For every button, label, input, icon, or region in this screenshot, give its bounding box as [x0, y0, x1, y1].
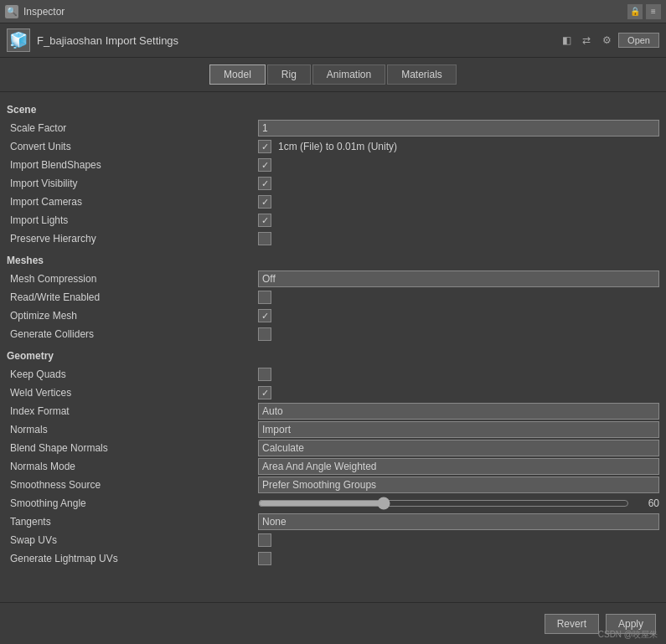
value-optimize-mesh [258, 309, 659, 322]
value-import-visibility [258, 177, 659, 190]
slider-smoothing-angle[interactable] [258, 497, 629, 510]
label-smoothing-angle: Smoothing Angle [7, 497, 258, 509]
checkbox-import-visibility[interactable] [258, 177, 271, 190]
file-name: F_bajiaoshan Import Settings [37, 34, 558, 47]
footer: Revert Apply CSDN @咬屋朱 [0, 602, 666, 644]
value-keep-quads [258, 368, 659, 381]
prop-import-lights: Import Lights [7, 211, 659, 229]
label-optimize-mesh: Optimize Mesh [7, 310, 258, 322]
prop-tangents: Tangents None Import Calculate Mikk Calc… [7, 513, 659, 531]
tab-rig[interactable]: Rig [267, 64, 311, 85]
section-geometry: Geometry [7, 350, 659, 362]
select-smoothness-source[interactable]: Prefer Smoothing Groups From Smoothing G… [258, 477, 659, 493]
prop-scale-factor: Scale Factor [7, 119, 659, 137]
checkbox-preserve-hierarchy[interactable] [258, 232, 271, 245]
label-import-visibility: Import Visibility [7, 178, 258, 189]
prop-preserve-hierarchy: Preserve Hierarchy [7, 229, 659, 248]
label-preserve-hierarchy: Preserve Hierarchy [7, 233, 258, 245]
tab-model[interactable]: Model [209, 64, 266, 85]
label-convert-units: Convert Units [7, 141, 258, 152]
value-swap-uvs [258, 533, 659, 547]
checkbox-optimize-mesh[interactable] [258, 309, 271, 322]
inspector-icon: 🔍 [5, 5, 18, 18]
label-index-format: Index Format [7, 405, 258, 417]
checkbox-weld-vertices[interactable] [258, 386, 271, 399]
prop-smoothness-source: Smoothness Source Prefer Smoothing Group… [7, 476, 659, 494]
value-smoothing-angle: 60 [258, 497, 659, 510]
prop-index-format: Index Format Auto 16bit 32bit [7, 402, 659, 420]
prop-normals: Normals Import Calculate None [7, 420, 659, 439]
checkbox-keep-quads[interactable] [258, 368, 271, 381]
cog-icon-btn[interactable]: ⚙ [598, 32, 615, 49]
tab-materials[interactable]: Materials [387, 64, 457, 85]
tabs-container: Model Rig Animation Materials [0, 58, 666, 92]
section-meshes: Meshes [7, 255, 659, 266]
value-normals-mode: Area And Angle Weighted Unweighted Area … [258, 458, 659, 475]
tab-animation[interactable]: Animation [312, 64, 385, 85]
prefab-icon-btn[interactable]: ◧ [558, 32, 575, 49]
menu-button[interactable]: ≡ [646, 4, 661, 19]
input-scale-factor[interactable] [258, 120, 659, 137]
select-blend-shape-normals[interactable]: Calculate Import None [258, 440, 659, 456]
value-index-format: Auto 16bit 32bit [258, 403, 659, 420]
prop-import-visibility: Import Visibility [7, 174, 659, 193]
label-generate-lightmap-uvs: Generate Lightmap UVs [7, 553, 258, 564]
checkbox-swap-uvs[interactable] [258, 533, 271, 547]
value-normals: Import Calculate None [258, 421, 659, 438]
select-normals[interactable]: Import Calculate None [258, 421, 659, 438]
select-mesh-compression[interactable]: Off Low Medium High [258, 270, 659, 287]
checkbox-convert-units[interactable] [258, 140, 271, 153]
label-import-lights: Import Lights [7, 214, 258, 226]
label-readwrite: Read/Write Enabled [7, 291, 258, 303]
lock-button[interactable]: 🔒 [627, 4, 643, 19]
value-import-blendshapes [258, 158, 659, 172]
prop-generate-lightmap-uvs: Generate Lightmap UVs [7, 549, 659, 568]
label-tangents: Tangents [7, 516, 258, 528]
select-tangents[interactable]: None Import Calculate Mikk Calculate Leg… [258, 513, 659, 530]
label-weld-vertices: Weld Vertices [7, 387, 258, 399]
select-normals-mode[interactable]: Area And Angle Weighted Unweighted Area … [258, 458, 659, 475]
label-smoothness-source: Smoothness Source [7, 479, 258, 491]
label-blend-shape-normals: Blend Shape Normals [7, 442, 258, 454]
label-mesh-compression: Mesh Compression [7, 273, 258, 285]
value-generate-colliders [258, 327, 659, 341]
value-import-lights [258, 214, 659, 227]
label-normals: Normals [7, 424, 258, 435]
prop-optimize-mesh: Optimize Mesh [7, 307, 659, 325]
value-convert-units: 1cm (File) to 0.01m (Unity) [258, 140, 659, 153]
prop-smoothing-angle: Smoothing Angle 60 [7, 494, 659, 513]
label-import-blendshapes: Import BlendShapes [7, 159, 258, 171]
title-bar-text: Inspector [23, 6, 65, 18]
convert-units-note: 1cm (File) to 0.01m (Unity) [278, 141, 397, 152]
header: 🧊 F_bajiaoshan Import Settings ◧ ⇄ ⚙ Ope… [0, 23, 666, 58]
prop-swap-uvs: Swap UVs [7, 531, 659, 549]
value-tangents: None Import Calculate Mikk Calculate Leg… [258, 513, 659, 530]
open-button[interactable]: Open [618, 33, 659, 48]
value-mesh-compression: Off Low Medium High [258, 270, 659, 287]
prop-import-cameras: Import Cameras [7, 193, 659, 211]
prop-mesh-compression: Mesh Compression Off Low Medium High [7, 270, 659, 288]
revert-button[interactable]: Revert [545, 614, 599, 634]
checkbox-import-blendshapes[interactable] [258, 158, 271, 172]
section-scene: Scene [7, 104, 659, 116]
label-scale-factor: Scale Factor [7, 122, 258, 134]
checkbox-readwrite[interactable] [258, 291, 271, 304]
prop-convert-units: Convert Units 1cm (File) to 0.01m (Unity… [7, 137, 659, 156]
checkbox-import-cameras[interactable] [258, 195, 271, 209]
settings-icon-btn[interactable]: ⇄ [578, 32, 595, 49]
smoothing-angle-value: 60 [634, 497, 659, 509]
value-smoothness-source: Prefer Smoothing Groups From Smoothing G… [258, 477, 659, 493]
checkbox-generate-colliders[interactable] [258, 327, 271, 341]
prop-normals-mode: Normals Mode Area And Angle Weighted Unw… [7, 457, 659, 476]
header-actions: ◧ ⇄ ⚙ Open [558, 32, 659, 49]
title-bar-actions: 🔒 ≡ [627, 4, 661, 19]
checkbox-generate-lightmap-uvs[interactable] [258, 552, 271, 565]
label-generate-colliders: Generate Colliders [7, 328, 258, 340]
prop-generate-colliders: Generate Colliders [7, 325, 659, 343]
select-index-format[interactable]: Auto 16bit 32bit [258, 403, 659, 420]
value-preserve-hierarchy [258, 232, 659, 245]
file-icon: 🧊 [7, 28, 30, 52]
prop-blend-shape-normals: Blend Shape Normals Calculate Import Non… [7, 439, 659, 457]
checkbox-import-lights[interactable] [258, 214, 271, 227]
value-blend-shape-normals: Calculate Import None [258, 440, 659, 456]
